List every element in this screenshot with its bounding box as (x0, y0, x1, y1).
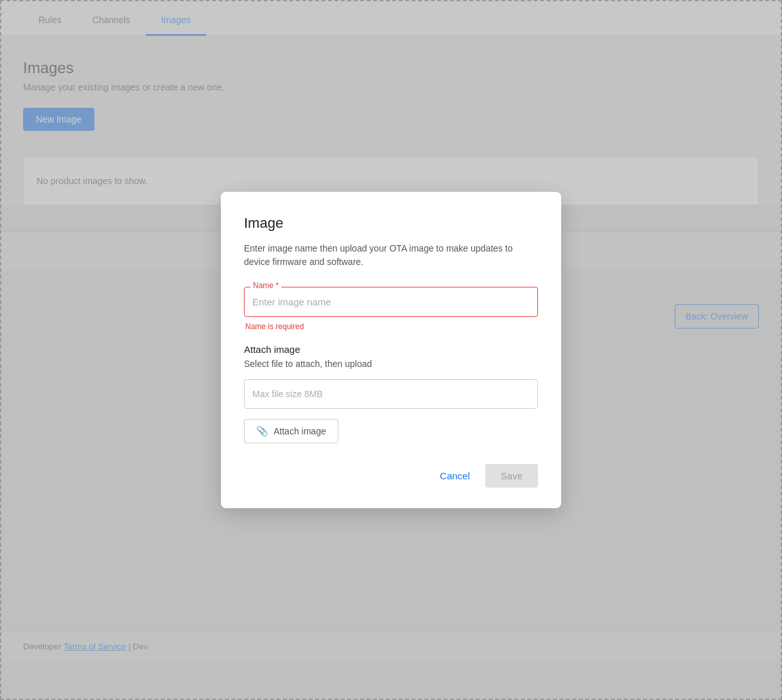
attach-image-button[interactable]: 📎 Attach image (244, 419, 338, 443)
attach-subtitle: Select file to attach, then upload (244, 359, 538, 369)
file-placeholder-text: Max file size 8MB (252, 389, 323, 399)
paperclip-icon: 📎 (256, 425, 268, 437)
name-field-group: Name * (244, 287, 538, 317)
attach-title: Attach image (244, 344, 538, 355)
attach-button-label: Attach image (274, 426, 326, 436)
name-error: Name is required (245, 322, 538, 331)
modal-description: Enter image name then upload your OTA im… (244, 242, 538, 269)
cancel-button[interactable]: Cancel (432, 465, 478, 486)
name-label: Name * (250, 281, 281, 290)
modal-overlay: Image Enter image name then upload your … (0, 0, 782, 700)
name-input[interactable] (244, 287, 538, 317)
attach-section: Attach image Select file to attach, then… (244, 344, 538, 443)
file-input-box: Max file size 8MB (244, 379, 538, 409)
image-modal: Image Enter image name then upload your … (221, 192, 561, 508)
modal-title: Image (244, 215, 538, 232)
modal-footer: Cancel Save (244, 464, 538, 488)
save-button[interactable]: Save (485, 464, 538, 488)
